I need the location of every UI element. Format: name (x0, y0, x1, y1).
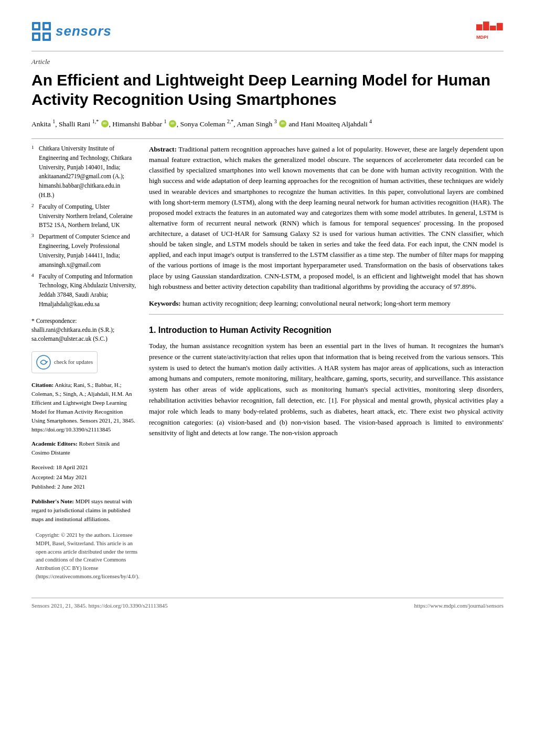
svg-text:MDPI: MDPI (476, 35, 488, 40)
svg-rect-10 (490, 26, 496, 30)
authors-line: Ankita 1, Shalli Rani 1,* iD, Himanshi B… (31, 117, 504, 130)
intro-body-text: Today, the human assistance recognition … (149, 341, 504, 439)
svg-rect-9 (483, 21, 489, 30)
check-updates-badge[interactable]: check for updates (31, 351, 98, 373)
cc-license-block: © BY Copyright: © 2021 by the authors. L… (31, 531, 136, 581)
keywords-section: Keywords: human activity recognition; de… (149, 298, 504, 309)
affiliations-block: 1 Chitkara University Institute of Engin… (31, 144, 136, 309)
abstract-body: Traditional pattern recognition approach… (149, 145, 504, 290)
publisher-note: Publisher's Note: MDPI stays neutral wit… (31, 497, 136, 524)
mdpi-logo-icon: MDPI (476, 21, 504, 41)
sensors-grid-icon (31, 21, 51, 41)
svg-rect-4 (34, 24, 38, 28)
svg-rect-7 (45, 35, 49, 39)
affiliation-1: 1 Chitkara University Institute of Engin… (31, 144, 136, 200)
header-divider (31, 51, 504, 51)
published-date: Published: 2 June 2021 (31, 482, 136, 492)
section-divider (149, 314, 504, 315)
affiliation-4: 4 Faculty of Computing and Information T… (31, 272, 136, 309)
title-divider (31, 138, 504, 139)
orcid-icon-2: iD (169, 120, 176, 127)
check-updates-text: check for updates (54, 359, 93, 366)
academic-editors-label: Academic Editors: (31, 440, 78, 447)
keywords-text: Keywords: human activity recognition; de… (149, 298, 504, 309)
svg-rect-8 (476, 24, 483, 30)
affiliation-2: 2 Faculty of Computing, Ulster Universit… (31, 202, 136, 230)
abstract-section: Abstract: Traditional pattern recognitio… (149, 144, 504, 292)
abstract-text: Abstract: Traditional pattern recognitio… (149, 144, 504, 292)
article-label: Article (31, 57, 504, 67)
journal-name: sensors (56, 21, 112, 41)
academic-editors-block: Academic Editors: Robert Sitnik and Cosi… (31, 439, 136, 457)
svg-point-13 (37, 355, 50, 369)
citation-text: Ankita; Rani, S.; Babbar, H.; Coleman, S… (31, 382, 135, 433)
page: sensors MDPI Article An Efficient and Li… (0, 0, 535, 756)
footer-right: https://www.mdpi.com/journal/sensors (414, 601, 504, 610)
svg-rect-5 (45, 24, 49, 28)
abstract-label: Abstract: (149, 145, 177, 153)
left-column: 1 Chitkara University Institute of Engin… (31, 144, 136, 585)
received-date: Received: 18 April 2021 (31, 462, 136, 472)
orcid-icon-3: iD (279, 120, 286, 127)
page-footer: Sensors 2021, 21, 3845. https://doi.org/… (31, 598, 504, 610)
keywords-label: Keywords: (149, 299, 181, 307)
orcid-icon-1: iD (101, 120, 109, 127)
keywords-body: human activity recognition; deep learnin… (183, 299, 451, 307)
journal-logo: sensors (31, 21, 112, 41)
copyright-text: Copyright: © 2021 by the authors. Licens… (36, 531, 140, 581)
article-title: An Efficient and Lightweight Deep Learni… (31, 70, 504, 110)
dates-block: Received: 18 April 2021 Accepted: 24 May… (31, 462, 136, 492)
citation-label: Citation: (31, 382, 54, 388)
two-column-layout: 1 Chitkara University Institute of Engin… (31, 144, 504, 585)
intro-section-title: 1. Introduction to Human Activity Recogn… (149, 324, 504, 337)
right-column: Abstract: Traditional pattern recognitio… (149, 144, 504, 585)
accepted-date: Accepted: 24 May 2021 (31, 472, 136, 482)
svg-rect-11 (497, 23, 503, 30)
check-updates-icon (36, 355, 51, 370)
svg-rect-6 (34, 35, 38, 39)
footer-left: Sensors 2021, 21, 3845. https://doi.org/… (31, 601, 168, 610)
affiliation-3: 3 Department of Computer Science and Eng… (31, 232, 136, 269)
correspondence-block: * Correspondence: shalli.rani@chitkara.e… (31, 317, 136, 344)
citation-block: Citation: Ankita; Rani, S.; Babbar, H.; … (31, 381, 136, 434)
header: sensors MDPI (31, 21, 504, 41)
